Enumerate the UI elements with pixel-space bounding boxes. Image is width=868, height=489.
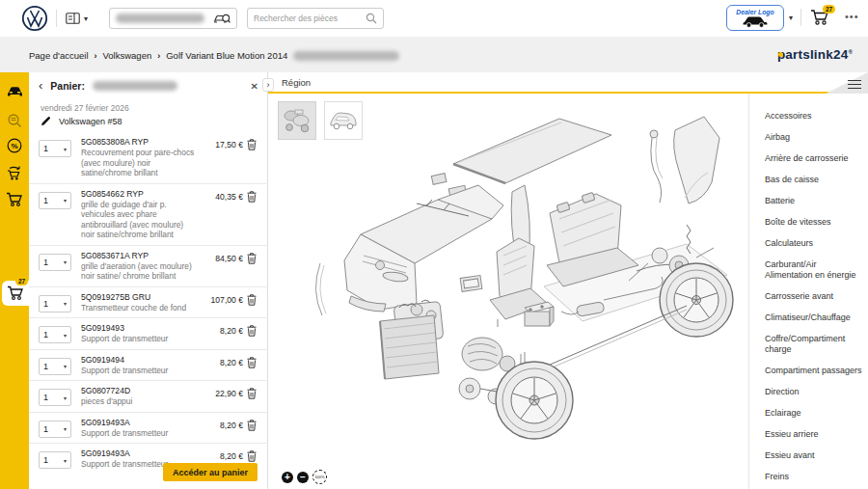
panel-expand-handle[interactable]: › xyxy=(262,78,274,92)
quantity-select[interactable]: 1▾ xyxy=(39,254,71,271)
zoom-out-button[interactable]: − xyxy=(297,472,309,483)
catalog-icon xyxy=(66,13,80,24)
search-icon[interactable] xyxy=(366,13,377,24)
delete-item-button[interactable] xyxy=(243,253,260,267)
rail-vehicle-icon xyxy=(7,85,23,98)
delete-item-button[interactable] xyxy=(243,139,260,153)
category-item[interactable]: Essieu arriere xyxy=(765,423,868,445)
category-item[interactable]: Boîte de vitesses xyxy=(765,211,868,232)
part-number: 5Q0919275B GRU xyxy=(81,292,197,302)
quantity-select[interactable]: 1▾ xyxy=(39,358,71,375)
close-icon[interactable]: ✕ xyxy=(251,81,258,92)
redacted-text xyxy=(293,51,399,61)
quantity-select[interactable]: 1▾ xyxy=(39,140,71,157)
category-item[interactable]: Arrière de carrosserie xyxy=(765,148,868,169)
cart-panel-header: ‹ Panier: ✕ xyxy=(29,72,268,99)
dealer-logo-caret-icon[interactable]: ▾ xyxy=(789,14,793,22)
category-item[interactable]: Climatiseur/Chauffage xyxy=(765,307,868,328)
breadcrumb-home[interactable]: Page d'accueil xyxy=(29,50,89,61)
parts-search-input[interactable] xyxy=(254,14,366,23)
category-item[interactable]: Airbag xyxy=(765,126,868,148)
overflow-menu-button[interactable]: ••• xyxy=(845,11,859,22)
category-item[interactable]: Batterie xyxy=(765,190,868,211)
region-tab-label: Région xyxy=(282,77,311,88)
chevron-down-icon: ▾ xyxy=(84,14,88,23)
rail-promo-icon: % xyxy=(7,138,22,153)
rail-search-icon xyxy=(7,113,22,128)
part-number: 5G0919493A xyxy=(81,418,197,427)
part-price: 17,50 € xyxy=(203,140,243,149)
delete-item-button[interactable] xyxy=(243,357,260,371)
quantity-select[interactable]: 1▾ xyxy=(39,326,71,343)
dealer-car-icon xyxy=(741,15,770,28)
category-item[interactable]: Eclairage xyxy=(765,402,868,423)
cart-panel: ‹ Panier: ✕ vendredi 27 février 2026 Vol… xyxy=(29,72,268,489)
divider xyxy=(800,9,801,26)
corner-fold xyxy=(826,72,868,94)
vehicle-search-icon[interactable] xyxy=(214,12,231,25)
vehicle-row: Volkswagen #58 xyxy=(41,116,122,126)
delete-item-button[interactable] xyxy=(243,191,260,205)
redacted-text xyxy=(116,14,204,23)
breadcrumb-brand[interactable]: Volkswagen xyxy=(103,50,152,61)
cart-item-row: 1▾5G0919493Support de transmetteur8,20 € xyxy=(29,317,268,349)
part-number: 5G0919494 xyxy=(81,355,197,365)
trash-icon xyxy=(247,388,257,399)
part-price: 8,20 € xyxy=(203,451,243,461)
rail-cart-button[interactable] xyxy=(0,188,29,211)
category-item[interactable]: Direction xyxy=(765,381,868,402)
delete-item-button[interactable] xyxy=(243,388,260,402)
part-description: Transmetteur couche de fond xyxy=(81,303,197,313)
breadcrumb-separator: › xyxy=(95,51,97,61)
zoom-reset-button[interactable]: 100% xyxy=(312,470,327,484)
part-number: 5G0919493 xyxy=(81,323,197,333)
trash-icon xyxy=(247,357,257,368)
category-item[interactable]: Accessoires xyxy=(765,105,868,126)
rail-promotions-button[interactable]: % xyxy=(0,134,29,157)
delete-item-button[interactable] xyxy=(243,325,260,340)
trash-icon xyxy=(247,139,257,150)
chevron-left-icon[interactable]: ‹ xyxy=(39,81,42,91)
catalog-menu-button[interactable]: ▾ xyxy=(66,10,98,27)
rail-active-cart-button[interactable]: 27 xyxy=(2,281,29,306)
part-description: Support de transmetteur xyxy=(81,428,197,439)
delete-item-button[interactable] xyxy=(243,420,260,434)
quantity-select[interactable]: 1▾ xyxy=(39,421,71,438)
category-item[interactable]: Calculateurs xyxy=(765,232,868,254)
quantity-select[interactable]: 1▾ xyxy=(39,451,71,469)
checkout-button[interactable]: Accéder au panier xyxy=(163,463,258,481)
quantity-select[interactable]: 1▾ xyxy=(39,192,71,209)
category-item[interactable]: Essieu avant xyxy=(765,445,868,466)
category-item[interactable]: Freins xyxy=(765,466,868,487)
rail-vehicle-button[interactable] xyxy=(0,80,29,103)
svg-text:%: % xyxy=(11,142,17,150)
cart-item-row: 1▾5G0919494Support de transmetteur8,20 € xyxy=(29,349,268,381)
rail-search-button[interactable] xyxy=(0,109,29,132)
quantity-select[interactable]: 1▾ xyxy=(39,295,71,312)
delete-item-button[interactable] xyxy=(243,294,260,309)
breadcrumb-model[interactable]: Golf Variant Blue Motion 2014 xyxy=(166,50,287,61)
part-price: 8,20 € xyxy=(203,326,243,336)
category-item[interactable]: Carrosserie avant xyxy=(765,285,868,307)
dealer-logo-button[interactable]: Dealer Logo xyxy=(726,5,784,31)
part-number: 5G0807724D xyxy=(81,386,197,395)
parts-search-field xyxy=(247,8,384,29)
exploded-car-diagram[interactable] xyxy=(272,111,746,450)
cart-item-list: 1▾5G0853808A RYPRecouvrement pour pare-c… xyxy=(29,132,268,475)
rail-exchange-button[interactable] xyxy=(0,161,29,184)
redacted-text xyxy=(93,81,177,91)
cart-item-row: 1▾5G0853671A RYPgrille d'aeration (avec … xyxy=(29,245,268,286)
quantity-select[interactable]: 1▾ xyxy=(39,389,71,406)
part-description: grille de guidage d'air p. vehicules ave… xyxy=(81,200,197,240)
vw-logo[interactable] xyxy=(21,5,48,32)
category-item[interactable]: Coffre/Compartiment charge xyxy=(765,328,868,360)
vehicle-search-input[interactable] xyxy=(109,8,237,29)
category-item[interactable]: Compartiment passagers xyxy=(765,360,868,381)
zoom-in-button[interactable]: + xyxy=(282,472,293,483)
edit-icon[interactable] xyxy=(41,116,51,126)
category-item[interactable]: Carburant/Air Alimentation en énergie xyxy=(765,254,868,285)
category-item[interactable]: Bas de caisse xyxy=(765,169,868,190)
divider xyxy=(56,10,57,27)
list-toggle-icon[interactable] xyxy=(848,77,861,89)
cart-icon xyxy=(6,192,23,207)
